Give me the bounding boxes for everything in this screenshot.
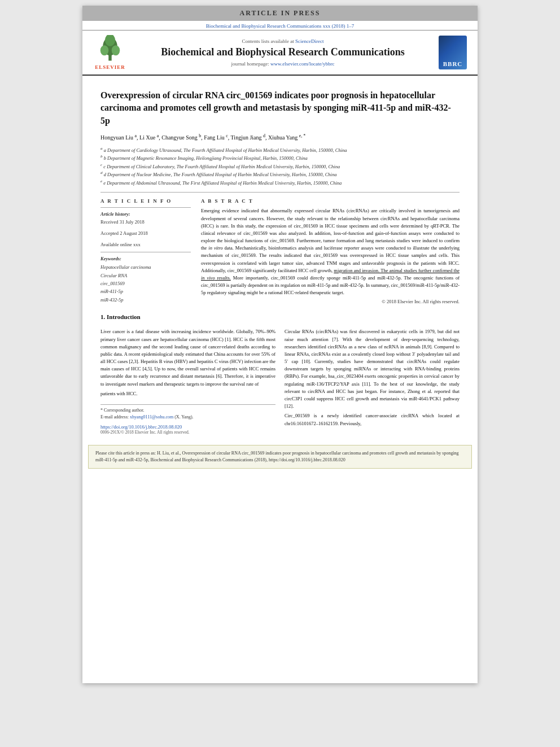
keyword-1: Hepatocellular carcinoma: [100, 263, 191, 271]
available-text: Available online xxx: [100, 241, 191, 249]
sciencedirect-prefix: Contents lists available at: [242, 38, 295, 44]
email-suffix: (X. Yang).: [173, 414, 193, 420]
body-two-col: Liver cancer is a fatal disease with inc…: [100, 328, 460, 435]
sciencedirect-line: Contents lists available at ScienceDirec…: [135, 38, 430, 44]
located-text: located: [438, 413, 452, 418]
abstract-col: A B S T R A C T Emerging evidence indica…: [201, 198, 460, 304]
issn-text: 0006-291X/© 2018 Elsevier Inc. All right…: [100, 430, 275, 435]
footnotes: * Corresponding author. E-mail address: …: [100, 404, 275, 421]
svg-point-2: [100, 45, 109, 55]
sciencedirect-label: ScienceDirect: [295, 38, 323, 44]
article-info-col: A R T I C L E I N F O Article history: R…: [100, 198, 191, 304]
homepage-prefix: journal homepage:: [231, 61, 270, 67]
journal-header: ELSEVIER Contents lists available at Sci…: [82, 30, 478, 76]
article-title: Overexpression of circular RNA circ_0015…: [100, 89, 460, 127]
elsevier-label: ELSEVIER: [95, 64, 125, 70]
history-label: Article history:: [100, 211, 191, 217]
journal-ref-text: Biochemical and Biophysical Research Com…: [206, 23, 355, 29]
keywords-label: Keywords:: [100, 256, 191, 261]
citation-text: Please cite this article in press as: H.…: [95, 451, 459, 462]
affiliations: a a Department of Cardiology Ultrasound,…: [100, 146, 460, 187]
corresponding-author: * Corresponding author.: [100, 407, 275, 414]
page: ARTICLE IN PRESS Biochemical and Biophys…: [82, 6, 478, 683]
elsevier-logo: ELSEVIER: [90, 35, 130, 70]
bbrc-box: BBRC: [439, 36, 467, 69]
homepage-url: www.elsevier.com/locate/ybbrc: [270, 61, 334, 67]
intro-col1-tail: patients with HCC.: [100, 390, 275, 397]
authors: Hongyuan Liu a, Li Xue a, Changyue Song …: [100, 133, 460, 142]
affiliation-c: c c Department of Clinical Laboratory, T…: [100, 162, 460, 171]
affiliation-d: d d Department of Nuclear Medicine, The …: [100, 170, 460, 178]
journal-ref-line: Biochemical and Biophysical Research Com…: [82, 21, 478, 30]
journal-main-title: Biochemical and Biophysical Research Com…: [135, 46, 430, 59]
citation-banner: Please cite this article in press as: H.…: [88, 445, 472, 469]
keyword-4: miR-411-5p: [100, 287, 191, 295]
intro-col2-tail: Circ_001569 is a newly identified cancer…: [285, 412, 460, 427]
affiliation-b: b b Department of Magnetic Resonance Ima…: [100, 154, 460, 162]
journal-title-area: Contents lists available at ScienceDirec…: [130, 38, 436, 67]
svg-point-3: [112, 45, 120, 55]
aip-banner-text: ARTICLE IN PRESS: [240, 9, 321, 17]
email-footnote: E-mail address: xhyang0111@sohu.com (X. …: [100, 414, 275, 421]
article-info-divider: [100, 207, 191, 208]
intro-col2-text: Circular RNAs (circRNAs) was first disco…: [285, 328, 460, 410]
affiliation-a: a a Department of Cardiology Ultrasound,…: [100, 146, 460, 154]
email-link[interactable]: xhyang0111@sohu.com: [130, 414, 173, 420]
divider-1: [100, 192, 460, 193]
aip-banner: ARTICLE IN PRESS: [82, 6, 478, 21]
copyright-line: © 2018 Elsevier Inc. All rights reserved…: [201, 299, 460, 304]
received-text: Received 31 July 2018: [100, 219, 191, 226]
intro-heading: 1. Introduction: [100, 313, 460, 320]
bbrc-logo: BBRC: [436, 36, 470, 69]
introduction-section: 1. Introduction Liver cancer is a fatal …: [100, 313, 460, 435]
advanced-text: advanced: [307, 260, 325, 266]
affiliation-e: e e Department of Abdominal Ultrasound, …: [100, 178, 460, 187]
intro-col1-text: Liver cancer is a fatal disease with inc…: [100, 328, 275, 387]
article-info-heading: A R T I C L E I N F O: [100, 198, 191, 204]
abstract-heading: A B S T R A C T: [201, 198, 460, 204]
accepted-text: Accepted 2 August 2018: [100, 230, 191, 238]
keyword-3: circ_001569: [100, 279, 191, 287]
elsevier-tree-icon: [96, 35, 124, 63]
doi-section: https://doi.org/10.1016/j.bbrc.2018.08.0…: [100, 424, 275, 435]
doi-link[interactable]: https://doi.org/10.1016/j.bbrc.2018.08.0…: [100, 424, 275, 430]
body-col-right: Circular RNAs (circRNAs) was first disco…: [285, 328, 460, 435]
article-body: Overexpression of circular RNA circ_0015…: [82, 76, 478, 440]
bbrc-text: BBRC: [443, 60, 463, 67]
body-col-left: Liver cancer is a fatal disease with inc…: [100, 328, 275, 435]
journal-homepage: journal homepage: www.elsevier.com/locat…: [135, 61, 430, 67]
email-prefix: E-mail address:: [100, 414, 130, 420]
article-info-abstract: A R T I C L E I N F O Article history: R…: [100, 198, 460, 304]
keywords-divider: [100, 252, 191, 252]
abstract-text: Emerging evidence indicated that abnorma…: [201, 207, 460, 296]
keyword-2: Circular RNA: [100, 272, 191, 279]
keyword-5: miR-432-5p: [100, 296, 191, 304]
